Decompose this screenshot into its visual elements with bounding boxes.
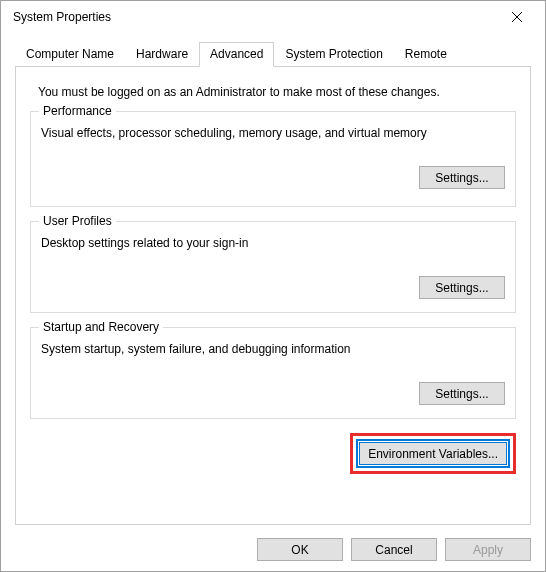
performance-settings-button[interactable]: Settings... <box>419 166 505 189</box>
tab-strip: Computer Name Hardware Advanced System P… <box>15 41 531 67</box>
environment-variables-button[interactable]: Environment Variables... <box>359 442 507 465</box>
close-icon <box>512 12 522 22</box>
performance-desc: Visual effects, processor scheduling, me… <box>41 126 505 140</box>
apply-button: Apply <box>445 538 531 561</box>
startup-recovery-button-row: Settings... <box>41 382 505 405</box>
content-area: Computer Name Hardware Advanced System P… <box>1 33 545 525</box>
user-profiles-desc: Desktop settings related to your sign-in <box>41 236 505 250</box>
startup-recovery-group: Startup and Recovery System startup, sys… <box>30 327 516 419</box>
user-profiles-button-row: Settings... <box>41 276 505 299</box>
performance-legend: Performance <box>39 104 116 118</box>
tab-advanced[interactable]: Advanced <box>199 42 274 67</box>
tab-remote[interactable]: Remote <box>394 42 458 67</box>
titlebar: System Properties <box>1 1 545 33</box>
system-properties-window: System Properties Computer Name Hardware… <box>0 0 546 572</box>
user-profiles-group: User Profiles Desktop settings related t… <box>30 221 516 313</box>
startup-recovery-settings-button[interactable]: Settings... <box>419 382 505 405</box>
tab-system-protection[interactable]: System Protection <box>274 42 393 67</box>
performance-button-row: Settings... <box>41 166 505 189</box>
window-title: System Properties <box>13 10 111 24</box>
env-variables-highlight: Environment Variables... <box>350 433 516 474</box>
ok-button[interactable]: OK <box>257 538 343 561</box>
admin-note: You must be logged on as an Administrato… <box>38 85 516 99</box>
user-profiles-settings-button[interactable]: Settings... <box>419 276 505 299</box>
tab-panel-advanced: You must be logged on as an Administrato… <box>15 67 531 525</box>
startup-recovery-legend: Startup and Recovery <box>39 320 163 334</box>
dialog-button-row: OK Cancel Apply <box>257 538 531 561</box>
user-profiles-legend: User Profiles <box>39 214 116 228</box>
startup-recovery-desc: System startup, system failure, and debu… <box>41 342 505 356</box>
env-variables-focus-ring: Environment Variables... <box>356 439 510 468</box>
tab-computer-name[interactable]: Computer Name <box>15 42 125 67</box>
tab-hardware[interactable]: Hardware <box>125 42 199 67</box>
close-button[interactable] <box>497 3 537 31</box>
env-variables-row: Environment Variables... <box>30 433 516 474</box>
performance-group: Performance Visual effects, processor sc… <box>30 111 516 207</box>
cancel-button[interactable]: Cancel <box>351 538 437 561</box>
